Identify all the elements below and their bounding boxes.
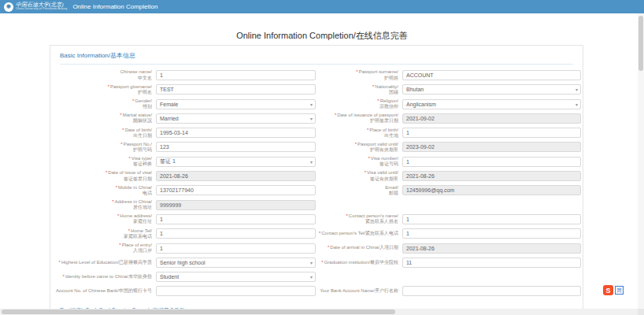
field-label-text: Place of birth/ — [369, 128, 398, 132]
input-contact-person-s-name[interactable]: 1 — [402, 214, 581, 224]
scrollbar-corner — [638, 309, 644, 315]
field-label-text: Contact person's name/ — [349, 213, 398, 218]
field-value: 1 — [406, 217, 409, 222]
horizontal-scrollbar-thumb[interactable] — [2, 309, 395, 314]
vertical-scrollbar-thumb[interactable] — [638, 16, 643, 71]
form-column-right: *Passport surname/护照姓ACCOUNT*Nationality… — [316, 70, 581, 301]
input-contact-person-s-tel[interactable]: 1 — [402, 228, 581, 239]
field-label: Chinese name/中文名 — [60, 69, 156, 80]
input-date-of-birth[interactable]: 1995-03-14 — [156, 128, 316, 138]
required-asterisk: * — [356, 69, 357, 74]
form-row-passport-no: *Passport No./护照号码123 — [60, 142, 316, 152]
section-title: Basic Information/基本信息 — [60, 51, 583, 60]
form-panel: Basic Information/基本信息 Chinese name/中文名1… — [50, 45, 583, 315]
select-highest-level-of-education[interactable]: Senior high school▾ — [156, 258, 316, 268]
chevron-down-icon: ▾ — [576, 87, 578, 92]
required-asterisk: * — [132, 98, 134, 103]
required-asterisk: * — [365, 170, 366, 175]
input-passport-givename[interactable]: TEST — [156, 84, 316, 94]
input-your-bank-account-name[interactable] — [402, 286, 581, 296]
input-chinese-name[interactable]: 1 — [156, 70, 316, 80]
field-label-text: Mobile in China/ — [118, 185, 152, 190]
field-label: *Contact person's name/紧急联系人姓名 — [316, 213, 402, 224]
input-date-of-issue-of-visa[interactable]: 2021-08-26 — [156, 171, 316, 181]
required-asterisk: * — [321, 260, 323, 265]
input-account-no-of-chinese-bank[interactable] — [156, 286, 316, 296]
field-label-line: Your Bank Account Name/开户行名称 — [320, 288, 398, 294]
field-label-text: 家庭联系电话 — [124, 234, 152, 239]
field-label-text: Home Tel/ — [131, 228, 152, 233]
field-label-text: Date of birth/ — [125, 128, 152, 132]
field-label-line: 家庭联系电话 — [124, 234, 152, 239]
field-label-line: 护照姓 — [384, 76, 398, 81]
ime-mode-icon[interactable]: 简 — [615, 286, 624, 295]
input-visa-number[interactable]: 1 — [402, 157, 581, 167]
required-asterisk: * — [120, 142, 122, 146]
field-label: *Nationality/国籍 — [316, 84, 402, 95]
field-value: 1 — [160, 246, 163, 251]
input-home-tel[interactable]: 1 — [156, 228, 316, 239]
field-label-text: 婚姻状况 — [133, 118, 152, 123]
form-row-home-tel: *Home Tel/家庭联系电话1 — [60, 228, 316, 239]
input-email[interactable]: 12459996@qq.com — [402, 185, 581, 195]
input-graduation-institution[interactable]: 11 — [402, 258, 581, 268]
required-asterisk: * — [368, 156, 369, 161]
select-marital-status[interactable]: Married▾ — [156, 113, 316, 124]
form-row-email: Email/邮箱12459996@qq.com — [316, 185, 581, 195]
required-asterisk: * — [108, 84, 109, 89]
input-place-of-entry[interactable]: 1 — [156, 243, 316, 254]
field-label-line: 护照号码 — [133, 147, 152, 153]
field-label-text: 护照姓 — [384, 76, 398, 80]
chevron-down-icon: ▾ — [310, 275, 313, 280]
input-home-address[interactable]: 1 — [156, 214, 316, 224]
input-passport-valid-until[interactable]: 2023-09-02 — [402, 142, 581, 152]
select-visa-type[interactable]: 签证 1▾ — [156, 157, 316, 167]
input-mobile-in-china[interactable]: 13702177940 — [156, 185, 316, 195]
form-row-address-in-china: *Address in China/居住地址9999999 — [60, 200, 316, 210]
horizontal-scrollbar[interactable] — [0, 309, 644, 315]
field-label-line: *Passport surname/ — [356, 69, 398, 75]
input-date-of-arrival-in-china[interactable]: 2021-08-26 — [402, 243, 581, 254]
form-row-marital-status: *Marital status/婚姻状况Married▾ — [60, 113, 316, 124]
field-label-line: *Place of birth/ — [367, 128, 398, 133]
field-label-text: 宗教信仰 — [379, 104, 398, 109]
required-asterisk: * — [122, 128, 124, 132]
input-address-in-china[interactable]: 9999999 — [156, 200, 316, 210]
required-asterisk: * — [319, 231, 320, 235]
field-label-line: 护照名 — [138, 90, 152, 95]
field-label-line: 宗教信仰 — [379, 104, 398, 109]
field-label-text: 紧急联系人姓名 — [365, 219, 398, 224]
sogou-input-icon[interactable]: S — [603, 285, 613, 295]
field-label-line: 签证签发日期 — [124, 176, 152, 182]
required-asterisk: * — [59, 260, 61, 265]
field-label-text: Contact person's Tel/紧急联系人电话 — [321, 231, 398, 235]
field-label-line: *Identity before came to China/来华前身份 — [63, 274, 152, 280]
select-gender[interactable]: Female▾ — [156, 99, 316, 109]
required-asterisk: * — [116, 185, 117, 190]
field-label-line: *Home Tel/ — [128, 228, 152, 234]
required-asterisk: * — [335, 113, 336, 117]
input-passport-surname[interactable]: ACCOUNT — [402, 70, 581, 80]
select-identity-before-came-to-china[interactable]: Student▾ — [156, 272, 316, 282]
input-passport-no[interactable]: 123 — [156, 142, 316, 152]
field-label-text: 邮箱 — [389, 191, 398, 195]
input-date-of-issuance-of-passport[interactable]: 2021-09-02 — [402, 113, 581, 124]
field-label-line: *Date of arrival in China/入境日期 — [328, 245, 398, 250]
field-value: 2021-08-26 — [160, 173, 188, 179]
required-asterisk: * — [119, 243, 120, 247]
input-visa-valid-until[interactable]: 2021-08-26 — [402, 171, 581, 181]
field-label-line: 电话 — [142, 191, 152, 196]
chevron-down-icon: ▾ — [310, 160, 313, 165]
select-nationality[interactable]: Bhutan▾ — [402, 84, 581, 94]
select-religion[interactable]: Anglicanism▾ — [402, 99, 581, 109]
field-value: 1 — [406, 159, 409, 165]
vertical-scrollbar[interactable] — [638, 13, 644, 309]
form-row-religion: *Religion/宗教信仰Anglicanism▾ — [316, 99, 581, 109]
page-title: Online Information Completion/在线信息完善 — [0, 30, 644, 42]
field-label-line: *Nationality/ — [372, 84, 398, 90]
input-place-of-birth[interactable]: 1 — [402, 128, 581, 138]
form-row-passport-valid-until: *Passport valid until/护照有效期至2023-09-02 — [316, 142, 581, 152]
field-label: Account No. of Chinese Bank/中国的银行卡号 — [60, 288, 156, 294]
field-label-text: Email/ — [385, 185, 398, 190]
field-label-text: Visa number/ — [371, 156, 398, 161]
